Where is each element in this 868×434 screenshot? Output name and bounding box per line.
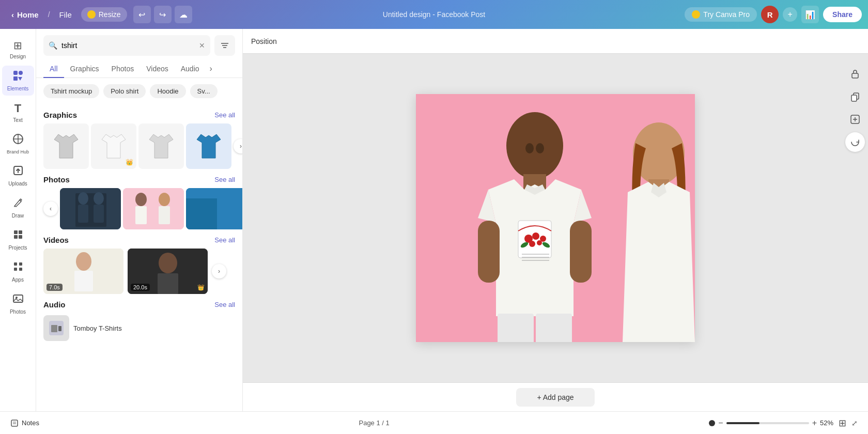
- videos-see-all[interactable]: See all: [214, 236, 235, 244]
- sidebar-item-apps[interactable]: Apps: [2, 257, 34, 287]
- video-item-1[interactable]: 7.0s: [43, 249, 123, 294]
- draw-icon: [12, 197, 24, 211]
- photo-item-3[interactable]: [186, 188, 242, 229]
- add-collaborator-button[interactable]: +: [783, 7, 797, 22]
- graphic-item-1[interactable]: [43, 123, 89, 169]
- home-button[interactable]: ‹ Home: [6, 7, 44, 22]
- apps-label: Apps: [12, 277, 24, 283]
- undo-button[interactable]: ↩: [133, 6, 151, 23]
- sidebar-item-projects[interactable]: Projects: [2, 225, 34, 255]
- svg-rect-31: [159, 206, 170, 224]
- zoom-slider-dot[interactable]: [709, 420, 715, 426]
- resize-label: Resize: [99, 10, 121, 19]
- tab-all[interactable]: All: [43, 60, 64, 78]
- canvas-frame[interactable]: [416, 94, 695, 342]
- suggestion-polo-shirt[interactable]: Polo shirt: [103, 84, 146, 98]
- svg-rect-24: [78, 205, 88, 223]
- svg-rect-15: [19, 268, 22, 271]
- svg-point-30: [159, 193, 170, 206]
- refresh-button[interactable]: [845, 132, 865, 152]
- photos-title: Photos: [43, 175, 70, 184]
- try-canva-pro-button[interactable]: Try Canva Pro: [685, 7, 757, 22]
- audio-see-all[interactable]: See all: [214, 301, 235, 308]
- fullscreen-button[interactable]: ⤢: [851, 419, 858, 427]
- video-item-2[interactable]: 20.0s 👑: [128, 249, 208, 294]
- photo-item-1[interactable]: [60, 188, 121, 229]
- svg-point-23: [78, 192, 88, 205]
- sidebar-item-uploads[interactable]: Uploads: [2, 161, 34, 191]
- audio-thumbnail[interactable]: [43, 315, 69, 341]
- sidebar-item-photos[interactable]: Photos: [2, 289, 34, 319]
- add-page-button[interactable]: + Add page: [516, 388, 594, 407]
- svg-rect-65: [478, 221, 500, 283]
- suggestion-hoodie[interactable]: Hoodie: [150, 84, 185, 98]
- zoom-plus-button[interactable]: +: [812, 419, 817, 428]
- projects-icon: [12, 229, 24, 243]
- tab-graphics[interactable]: Graphics: [64, 60, 105, 78]
- redo-button[interactable]: ↪: [154, 6, 172, 23]
- analytics-button[interactable]: 📊: [801, 6, 819, 23]
- tab-audio[interactable]: Audio: [175, 60, 206, 78]
- user-avatar[interactable]: R: [761, 6, 779, 23]
- sidebar-item-elements[interactable]: Elements: [2, 66, 34, 96]
- view-grid-button[interactable]: ⊞: [839, 417, 846, 429]
- graphics-next-button[interactable]: ›: [234, 139, 242, 153]
- document-title: Untitled design - Facebook Post: [383, 10, 485, 19]
- notes-button[interactable]: Notes: [10, 419, 39, 427]
- svg-point-58: [529, 241, 535, 247]
- filter-button[interactable]: [214, 35, 235, 56]
- lock-icon[interactable]: [845, 64, 865, 84]
- photos-prev-button[interactable]: ‹: [43, 202, 58, 216]
- videos-section-header: Videos See all: [43, 229, 235, 249]
- svg-rect-33: [186, 198, 217, 229]
- sidebar-item-brand[interactable]: Brand Hub: [2, 129, 34, 159]
- graphic-item-4[interactable]: [186, 123, 231, 169]
- chevron-left-icon: ‹: [11, 10, 14, 19]
- tab-videos[interactable]: Videos: [140, 60, 175, 78]
- graphic-item-3[interactable]: [138, 123, 184, 169]
- share-button[interactable]: Share: [823, 7, 862, 22]
- search-input[interactable]: [61, 41, 195, 50]
- svg-rect-9: [19, 230, 22, 234]
- sidebar-item-text[interactable]: T Text: [2, 98, 34, 127]
- photo-item-2[interactable]: [123, 188, 184, 229]
- resize-button[interactable]: Resize: [81, 7, 127, 22]
- videos-title: Videos: [43, 236, 69, 244]
- videos-next-button[interactable]: ›: [212, 264, 226, 278]
- video-duration-2: 20.0s: [131, 284, 150, 291]
- canvas-workspace[interactable]: [243, 54, 868, 382]
- home-label: Home: [17, 10, 39, 19]
- graphics-see-all[interactable]: See all: [214, 111, 235, 119]
- zoom-level[interactable]: 52%: [820, 419, 833, 427]
- clear-search-button[interactable]: ✕: [199, 41, 205, 50]
- search-panel: 🔍 ✕ All Graphics Photos Videos Audio ›: [36, 29, 243, 411]
- svg-point-38: [159, 253, 177, 273]
- graphics-grid: 👑 ›: [43, 123, 235, 169]
- suggestion-sv[interactable]: Sv...: [190, 84, 218, 98]
- sidebar-item-draw[interactable]: Draw: [2, 193, 34, 223]
- photos-see-all[interactable]: See all: [214, 176, 235, 183]
- video-duration-1: 7.0s: [47, 284, 63, 291]
- tab-more-button[interactable]: ›: [206, 60, 216, 78]
- sidebar-item-design[interactable]: ⊞ Design: [2, 35, 34, 64]
- elements-label: Elements: [7, 86, 29, 91]
- design-icon: ⊞: [13, 39, 22, 52]
- svg-point-51: [525, 143, 534, 153]
- photos-icon: [12, 293, 24, 307]
- graphics-section-header: Graphics See all: [43, 104, 235, 123]
- tab-photos[interactable]: Photos: [105, 60, 141, 78]
- zoom-slider-track[interactable]: [726, 422, 809, 424]
- zoom-minus-button[interactable]: −: [718, 419, 723, 428]
- add-icon[interactable]: [845, 110, 865, 129]
- svg-rect-67: [498, 314, 534, 342]
- status-right: − + 52% ⊞ ⤢: [709, 417, 858, 429]
- file-menu[interactable]: File: [54, 7, 77, 22]
- graphic-item-2[interactable]: 👑: [91, 123, 136, 169]
- svg-point-28: [135, 193, 147, 206]
- svg-rect-66: [570, 221, 592, 283]
- zoom-slider-fill: [726, 422, 760, 424]
- position-label: Position: [251, 37, 277, 45]
- copy-icon[interactable]: [845, 87, 865, 106]
- suggestion-tshirt-mockup[interactable]: Tshirt mockup: [43, 84, 99, 98]
- graphics-title: Graphics: [43, 111, 77, 119]
